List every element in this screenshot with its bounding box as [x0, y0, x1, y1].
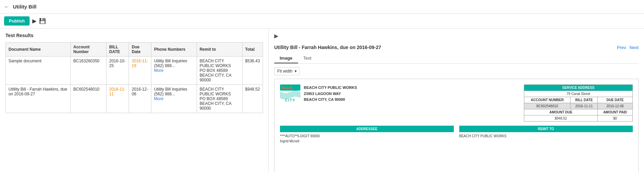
cell-due-date: 2016-11-19	[129, 57, 151, 85]
service-address-value: 79 Canal Street	[524, 91, 633, 97]
table-row: Sample document BC163260350 2016-10-25 2…	[6, 57, 263, 85]
cell-doc-name: Sample document	[6, 57, 71, 85]
company-addr1: 23953 LAGOON WAY	[304, 91, 357, 97]
panel-toggle[interactable]: ▶	[274, 33, 278, 39]
cell-account: BC602548010	[70, 85, 106, 113]
app-title: Utility Bill	[13, 4, 36, 10]
cell-account: BC163260350	[70, 57, 106, 85]
main-layout: Test Results Document Name Account Numbe…	[0, 29, 644, 172]
col-phone: Phone Numbers	[151, 43, 197, 57]
addressee-section: ADDRESSEE ****AUTO**5-DIGIT 90000 Ingrid…	[280, 126, 454, 144]
company-name: BEACH CITY PUBLIC WORKS	[304, 85, 357, 91]
addressee-line2: Ingrid Mcneil	[280, 139, 454, 144]
right-panel: ▶ Utillity Bill - Farrah Hawkins, due on…	[269, 29, 644, 172]
due-date-value: 2016-12-06	[598, 103, 633, 109]
results-table: Document Name Account Number BILL DATE D…	[5, 42, 263, 113]
publish-button[interactable]: Publish	[4, 16, 30, 26]
addressee-label: ADDRESSEE	[280, 126, 454, 132]
amount-due-header: AMOUNT DUE	[524, 109, 598, 115]
svg-text:CITY: CITY	[285, 98, 296, 102]
run-button[interactable]: ▶	[32, 18, 36, 24]
next-link[interactable]: Next	[629, 45, 639, 50]
phone-more-link[interactable]: More	[154, 68, 163, 73]
cell-phone: Utility Bill Inquiries (562) 988... More	[151, 57, 197, 85]
cell-remit: BEACH CITY PUBLIC WORKSPO BOX 48589BEACH…	[197, 57, 242, 85]
col-bill-date: BILL DATE	[106, 43, 129, 57]
service-table: SERVICE ADDRESS 79 Canal Street ACCOUNT …	[524, 84, 633, 122]
cell-phone: Utility Bill Inquiries (562) 988... More	[151, 85, 197, 113]
company-logo: beach CITY	[280, 84, 300, 103]
col-total: Total	[242, 43, 263, 57]
dropdown-row: Fit width ▾	[274, 67, 639, 75]
remit-line1: BEACH CITY PUBLIC WORKS	[459, 134, 633, 139]
bill-top: beach CITY BEACH CITY PUBLIC WORKS 23953…	[280, 84, 633, 122]
addressee-line1: ****AUTO**5-DIGIT 90000	[280, 134, 454, 139]
col-remit: Remit to	[197, 43, 242, 57]
col-account: Account Number	[70, 43, 106, 57]
amount-paid-value: $0	[598, 115, 633, 122]
remit-section: REMIT TO BEACH CITY PUBLIC WORKS	[459, 126, 633, 144]
table-row: Utillity Bill - Farrah Hawkins, due on 2…	[6, 85, 263, 113]
back-button[interactable]: ←	[4, 4, 10, 10]
phone-more-link-2[interactable]: More	[154, 96, 163, 101]
preview-header: Utillity Bill - Farrah Hawkins, due on 2…	[274, 45, 639, 50]
section-title: Test Results	[5, 33, 263, 38]
cell-total: $948.52	[242, 85, 263, 113]
acct-num-value: BC602548010	[524, 103, 571, 109]
col-due-date: Due Date	[129, 43, 151, 57]
fit-label: Fit width	[277, 69, 293, 74]
remit-label: REMIT TO	[459, 126, 633, 132]
remit-text: BEACH CITY PUBLIC WORKS	[459, 134, 633, 139]
cell-due-date: 2016-12-06	[129, 85, 151, 113]
fit-dropdown[interactable]: Fit width ▾	[274, 67, 300, 75]
cell-bill-date: 2016-10-25	[106, 57, 129, 85]
tab-bar: Image Text	[274, 53, 639, 64]
company-info: BEACH CITY PUBLIC WORKS 23953 LAGOON WAY…	[304, 85, 357, 103]
logo-area: beach CITY BEACH CITY PUBLIC WORKS 23953…	[280, 84, 518, 103]
cell-doc-name: Utillity Bill - Farrah Hawkins, due on 2…	[6, 85, 71, 113]
app-header: ← Utility Bill	[0, 0, 644, 14]
left-panel: Test Results Document Name Account Numbe…	[0, 29, 269, 172]
toolbar: Publish ▶ 💾	[0, 14, 644, 29]
preview-title: Utillity Bill - Farrah Hawkins, due on 2…	[274, 45, 381, 50]
col-doc-name: Document Name	[6, 43, 71, 57]
nav-links: Prev Next	[617, 45, 639, 50]
due-date-header: DUE DATE	[598, 97, 633, 103]
acct-num-header: ACCOUNT NUMBER	[524, 97, 571, 103]
save-button[interactable]: 💾	[39, 18, 46, 24]
doc-preview: beach CITY BEACH CITY PUBLIC WORKS 23953…	[274, 79, 639, 172]
tab-text[interactable]: Text	[298, 53, 317, 63]
addressee-text: ****AUTO**5-DIGIT 90000 Ingrid Mcneil	[280, 134, 454, 144]
tab-image[interactable]: Image	[274, 53, 298, 63]
amount-paid-header: AMOUNT PAID	[598, 109, 633, 115]
bill-date-header: BILL DATE	[571, 97, 598, 103]
bill-date-value: 2016-11-11	[571, 103, 598, 109]
amount-due-value: $948.52	[524, 115, 598, 122]
chevron-down-icon: ▾	[295, 69, 297, 74]
bill-bottom: ADDRESSEE ****AUTO**5-DIGIT 90000 Ingrid…	[280, 126, 633, 144]
company-addr2: BEACH CITY, CA 90000	[304, 97, 357, 103]
cell-bill-date: 2016-11-11	[106, 85, 129, 113]
bill-right: SERVICE ADDRESS 79 Canal Street ACCOUNT …	[524, 84, 633, 122]
service-address-header: SERVICE ADDRESS	[524, 85, 633, 91]
bill-left: beach CITY BEACH CITY PUBLIC WORKS 23953…	[280, 84, 518, 122]
cell-total: $536.43	[242, 57, 263, 85]
prev-link[interactable]: Prev	[617, 45, 626, 50]
svg-text:beach: beach	[282, 85, 293, 90]
cell-remit: BEACH CITY PUBLIC WORKSPO BOX 48589BEACH…	[197, 85, 242, 113]
